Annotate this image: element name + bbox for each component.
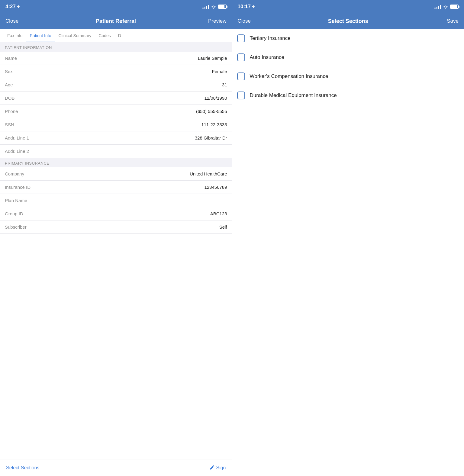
- nav-title-right: Select Sections: [256, 18, 441, 24]
- time-left: 4:27 ✈: [5, 4, 20, 10]
- checkbox-auto[interactable]: [237, 53, 245, 61]
- row-addr1: Addr. Line 1 328 Gibraltar Dr: [0, 131, 232, 145]
- label-company: Company: [5, 171, 24, 176]
- row-addr2: Addr. Line 2: [0, 145, 232, 158]
- value-dob: 12/08/1990: [204, 95, 227, 101]
- preview-button[interactable]: Preview: [208, 18, 226, 24]
- value-name: Laurie Sample: [198, 56, 227, 61]
- right-screen: 10:17 ✈ Close Select Sections Save Tert: [232, 0, 464, 476]
- checkbox-tertiary[interactable]: [237, 34, 245, 42]
- row-group-id: Group ID ABC123: [0, 207, 232, 220]
- checkbox-dme[interactable]: [237, 92, 245, 99]
- nav-bar-left: Close Patient Referral Preview: [0, 13, 232, 29]
- value-phone: (650) 555-5555: [196, 109, 227, 114]
- row-ssn: SSN 111-22-3333: [0, 118, 232, 131]
- battery-icon-left: [218, 5, 227, 9]
- section-dme-insurance[interactable]: Durable Medical Equipment Insurance: [232, 86, 464, 105]
- label-subscriber: Subscriber: [5, 224, 27, 230]
- pen-icon: [209, 465, 214, 470]
- status-icons-left: [202, 5, 227, 9]
- label-ssn: SSN: [5, 122, 14, 127]
- value-insurance-id: 123456789: [204, 185, 227, 190]
- status-bar-left: 4:27 ✈: [0, 0, 232, 13]
- nav-title-left: Patient Referral: [24, 18, 208, 24]
- section-tertiary-insurance[interactable]: Tertiary Insurance: [232, 29, 464, 48]
- tab-patient-info[interactable]: Patient Info: [26, 30, 55, 41]
- wifi-icon-right: [443, 5, 448, 9]
- value-ssn: 111-22-3333: [201, 122, 227, 127]
- row-age: Age 31: [0, 78, 232, 92]
- row-plan-name: Plan Name: [0, 194, 232, 207]
- value-addr1: 328 Gibraltar Dr: [195, 135, 227, 140]
- label-workers: Worker's Compensation Insurance: [250, 73, 328, 79]
- label-auto: Auto Insurance: [250, 54, 284, 60]
- row-sex: Sex Female: [0, 65, 232, 78]
- label-age: Age: [5, 82, 13, 87]
- label-dob: DOB: [5, 95, 15, 101]
- value-company: United HealthCare: [190, 171, 227, 176]
- nav-bar-right: Close Select Sections Save: [232, 13, 464, 29]
- time-right: 10:17 ✈: [238, 4, 255, 10]
- label-addr1: Addr. Line 1: [5, 135, 29, 140]
- close-button-right[interactable]: Close: [238, 18, 256, 24]
- select-sections-button[interactable]: Select Sections: [6, 465, 39, 471]
- section-workers-compensation[interactable]: Worker's Compensation Insurance: [232, 67, 464, 86]
- insurance-header: PRIMARY INSURANCE: [0, 158, 232, 167]
- location-icon-left: ✈: [17, 5, 20, 9]
- label-phone: Phone: [5, 109, 18, 114]
- signal-icon-left: [202, 5, 209, 9]
- tab-bar: Fax Info Patient Info Clinical Summary C…: [0, 29, 232, 42]
- sign-button[interactable]: Sign: [209, 465, 226, 471]
- close-button-left[interactable]: Close: [5, 18, 24, 24]
- value-subscriber: Self: [219, 224, 227, 230]
- row-phone: Phone (650) 555-5555: [0, 105, 232, 118]
- tab-fax-info[interactable]: Fax Info: [4, 30, 26, 41]
- label-dme: Durable Medical Equipment Insurance: [250, 92, 337, 98]
- save-button[interactable]: Save: [440, 18, 459, 24]
- checkbox-workers[interactable]: [237, 72, 245, 80]
- label-addr2: Addr. Line 2: [5, 149, 29, 154]
- label-sex: Sex: [5, 69, 13, 74]
- label-group-id: Group ID: [5, 211, 23, 216]
- sections-list: Tertiary Insurance Auto Insurance Worker…: [232, 29, 464, 476]
- battery-icon-right: [450, 5, 459, 9]
- row-name: Name Laurie Sample: [0, 52, 232, 65]
- label-plan-name: Plan Name: [5, 198, 27, 203]
- value-sex: Female: [212, 69, 227, 74]
- row-insurance-id: Insurance ID 123456789: [0, 181, 232, 194]
- signal-icon-right: [434, 5, 441, 9]
- wifi-icon-left: [211, 5, 216, 9]
- label-insurance-id: Insurance ID: [5, 185, 31, 190]
- row-company: Company United HealthCare: [0, 167, 232, 181]
- label-name: Name: [5, 56, 17, 61]
- section-auto-insurance[interactable]: Auto Insurance: [232, 48, 464, 67]
- value-group-id: ABC123: [210, 211, 227, 216]
- tab-clinical-summary[interactable]: Clinical Summary: [55, 30, 95, 41]
- status-bar-right: 10:17 ✈: [232, 0, 464, 13]
- bottom-bar-left: Select Sections Sign: [0, 459, 232, 476]
- row-dob: DOB 12/08/1990: [0, 92, 232, 105]
- tab-codes[interactable]: Codes: [95, 30, 114, 41]
- location-icon-right: ✈: [252, 5, 255, 9]
- status-icons-right: [434, 5, 459, 9]
- left-screen: 4:27 ✈ Close Patient Referral Preview Fa…: [0, 0, 232, 476]
- row-subscriber: Subscriber Self: [0, 220, 232, 234]
- tab-more[interactable]: D: [114, 30, 125, 41]
- patient-info-header: PATIENT INFORMATION: [0, 42, 232, 52]
- value-age: 31: [222, 82, 227, 87]
- label-tertiary: Tertiary Insurance: [250, 35, 291, 41]
